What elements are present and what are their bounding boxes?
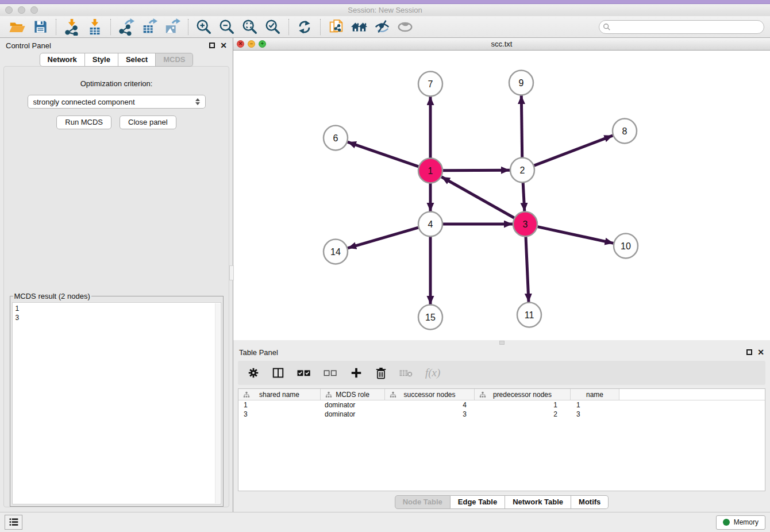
tab-edge-table[interactable]: Edge Table bbox=[451, 495, 505, 509]
import-table-icon bbox=[86, 18, 103, 36]
result-scrollbar[interactable] bbox=[215, 303, 220, 503]
column-header-mcds-role[interactable]: MCDS role bbox=[321, 389, 385, 400]
refresh-button[interactable] bbox=[293, 18, 316, 36]
cell-predecessor-nodes[interactable]: 1 bbox=[475, 401, 571, 409]
tab-network-table[interactable]: Network Table bbox=[505, 495, 571, 509]
tab-select[interactable]: Select bbox=[118, 53, 156, 67]
graph-node-9[interactable]: 9 bbox=[509, 71, 533, 95]
home-button[interactable] bbox=[348, 18, 371, 36]
table-row[interactable]: 3 dominator 3 2 3 bbox=[238, 410, 765, 419]
close-table-panel-button[interactable]: ✕ bbox=[757, 348, 764, 356]
graph-node-4[interactable]: 4 bbox=[418, 212, 442, 237]
attribute-type-icon bbox=[243, 391, 250, 398]
network-canvas[interactable]: 7968124314101511 bbox=[233, 51, 770, 340]
cell-name[interactable]: 1 bbox=[571, 401, 619, 409]
criterion-dropdown[interactable]: strongly connected component bbox=[28, 95, 206, 109]
cell-successor-nodes[interactable]: 3 bbox=[385, 410, 475, 418]
save-session-button[interactable] bbox=[29, 18, 52, 36]
graph-edge-3-1[interactable] bbox=[441, 177, 514, 218]
table-settings-button[interactable] bbox=[247, 367, 260, 379]
column-header-shared-name[interactable]: shared name bbox=[238, 389, 321, 400]
memory-button[interactable]: Memory bbox=[716, 515, 765, 530]
float-table-panel-button[interactable] bbox=[746, 349, 752, 355]
vertical-splitter-handle[interactable] bbox=[229, 265, 234, 280]
graph-edge-4-14[interactable] bbox=[348, 228, 418, 248]
table-row[interactable]: 1 dominator 4 1 1 bbox=[238, 400, 765, 410]
export-table-button[interactable] bbox=[138, 18, 161, 36]
tab-style[interactable]: Style bbox=[85, 53, 118, 67]
graph-node-1[interactable]: 1 bbox=[418, 159, 442, 183]
toolbar-separator bbox=[288, 19, 289, 35]
zoom-fit-button[interactable] bbox=[238, 18, 261, 36]
import-network-button[interactable] bbox=[60, 18, 83, 36]
unselect-all-button[interactable] bbox=[323, 368, 338, 378]
hide-selected-button[interactable] bbox=[371, 18, 394, 36]
mcds-panel: Optimization criterion: strongly connect… bbox=[3, 66, 229, 507]
graph-node-11[interactable]: 11 bbox=[517, 303, 541, 327]
cell-name[interactable]: 3 bbox=[571, 410, 619, 418]
svg-text:9: 9 bbox=[519, 78, 524, 88]
save-icon bbox=[33, 19, 48, 34]
cell-mcds-role[interactable]: dominator bbox=[321, 401, 385, 409]
graph-edge-2-3[interactable] bbox=[523, 183, 525, 211]
graph-node-15[interactable]: 15 bbox=[418, 305, 442, 330]
graph-edge-3-11[interactable] bbox=[526, 237, 529, 302]
import-table-button[interactable] bbox=[83, 18, 106, 36]
delete-column-button[interactable] bbox=[375, 366, 387, 380]
cell-predecessor-nodes[interactable]: 2 bbox=[475, 410, 571, 418]
graph-node-6[interactable]: 6 bbox=[324, 126, 348, 151]
close-panel-button[interactable]: ✕ bbox=[220, 41, 227, 49]
zoom-selected-button[interactable] bbox=[261, 18, 284, 36]
home-icon bbox=[350, 18, 368, 36]
function-builder-button: f(x) bbox=[425, 367, 440, 379]
graph-node-3[interactable]: 3 bbox=[513, 212, 537, 237]
cell-shared-name[interactable]: 3 bbox=[238, 410, 321, 418]
tab-node-table[interactable]: Node Table bbox=[395, 495, 451, 509]
column-layout-button[interactable] bbox=[271, 366, 285, 380]
run-mcds-button[interactable]: Run MCDS bbox=[56, 115, 111, 129]
cell-successor-nodes[interactable]: 4 bbox=[385, 401, 475, 409]
graph-edge-3-10[interactable] bbox=[537, 227, 613, 244]
document-network-button[interactable] bbox=[325, 18, 348, 36]
svg-text:8: 8 bbox=[622, 126, 627, 136]
close-panel-action-button[interactable]: Close panel bbox=[120, 115, 176, 129]
select-all-button[interactable] bbox=[297, 367, 311, 379]
add-column-button[interactable] bbox=[349, 366, 363, 380]
control-panel-title: Control Panel bbox=[6, 41, 51, 50]
cell-mcds-role[interactable]: dominator bbox=[321, 410, 385, 418]
network-window-titlebar: ✕ − + scc.txt bbox=[233, 38, 770, 51]
column-header-name[interactable]: name bbox=[571, 389, 619, 400]
show-hidden-button[interactable] bbox=[394, 18, 417, 36]
add-icon bbox=[349, 366, 363, 380]
control-panel: Control Panel ✕ Network Style Select MCD… bbox=[0, 38, 233, 512]
export-image-button[interactable] bbox=[161, 18, 184, 36]
memory-status-icon bbox=[723, 519, 730, 526]
cell-shared-name[interactable]: 1 bbox=[238, 401, 321, 409]
column-header-predecessor-nodes[interactable]: predecessor nodes bbox=[475, 389, 571, 400]
graph-node-2[interactable]: 2 bbox=[510, 158, 534, 183]
float-panel-button[interactable] bbox=[209, 43, 215, 48]
search-input[interactable] bbox=[599, 20, 764, 34]
export-network-button[interactable] bbox=[115, 18, 138, 36]
tab-network[interactable]: Network bbox=[40, 53, 85, 67]
graph-edge-2-8[interactable] bbox=[534, 136, 613, 165]
graph-node-7[interactable]: 7 bbox=[418, 72, 442, 97]
graph-edge-1-2[interactable] bbox=[443, 170, 510, 171]
horizontal-splitter-handle[interactable] bbox=[499, 341, 505, 345]
graph-edge-1-6[interactable] bbox=[348, 142, 418, 167]
mcds-result-textarea[interactable]: 1 3 bbox=[12, 302, 221, 504]
graph-node-14[interactable]: 14 bbox=[324, 240, 348, 264]
tab-mcds[interactable]: MCDS bbox=[156, 53, 193, 67]
refresh-icon bbox=[297, 19, 313, 35]
window-title: Session: New Session bbox=[0, 6, 770, 14]
graph-edge-2-9[interactable] bbox=[521, 95, 522, 157]
tab-motifs[interactable]: Motifs bbox=[571, 495, 609, 509]
export-network-icon bbox=[118, 18, 135, 36]
column-header-successor-nodes[interactable]: successor nodes bbox=[385, 389, 475, 400]
zoom-in-button[interactable] bbox=[192, 18, 215, 36]
task-history-button[interactable] bbox=[5, 515, 22, 530]
open-file-button[interactable] bbox=[6, 18, 29, 36]
graph-node-10[interactable]: 10 bbox=[614, 234, 638, 259]
graph-node-8[interactable]: 8 bbox=[613, 119, 637, 144]
zoom-out-button[interactable] bbox=[215, 18, 238, 36]
